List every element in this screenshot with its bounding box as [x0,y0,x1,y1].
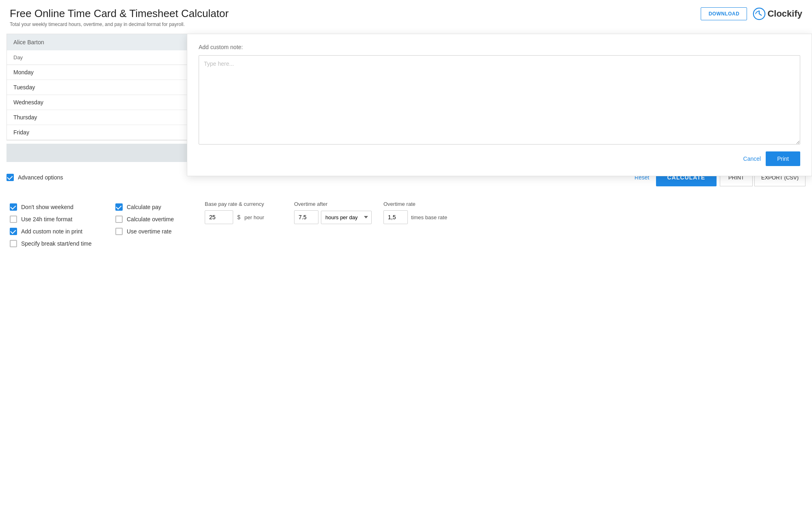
option-checkbox[interactable] [115,216,123,223]
option-checkbox[interactable] [10,203,17,211]
custom-note-modal: Add custom note: Cancel Print [187,34,812,176]
option-label: Calculate overtime [127,216,174,222]
modal-overlay: Add custom note: Cancel Print [187,34,812,258]
option-label: Add custom note in print [21,228,82,235]
header-right: DOWNLOAD Clockify [701,7,802,20]
page-subtitle: Total your weekly timecard hours, overti… [10,22,229,27]
option-label: Specify break start/end time [21,240,92,247]
option-label: Use 24h time format [21,216,72,222]
option-item: Add custom note in print [10,225,115,237]
option-checkbox[interactable] [10,240,17,247]
header-left: Free Online Time Card & Timesheet Calcul… [10,7,229,27]
option-checkbox[interactable] [10,216,17,223]
employee-name: Alice Barton [13,39,44,45]
option-checkbox[interactable] [10,228,17,235]
modal-print-button[interactable]: Print [766,151,800,166]
modal-title: Add custom note: [199,44,800,50]
advanced-options-row: Advanced options [6,174,63,181]
modal-cancel-button[interactable]: Cancel [743,152,761,165]
modal-footer: Cancel Print [199,151,800,166]
option-label: Don't show weekend [21,204,74,210]
advanced-options-label: Advanced options [18,174,63,181]
option-checkbox[interactable] [115,203,123,211]
option-checkbox[interactable] [115,228,123,235]
clockify-logo-icon [753,7,766,20]
advanced-options-checkbox[interactable] [6,174,14,181]
option-item: Don't show weekend [10,201,115,213]
col1-options: Don't show weekend Use 24h time format A… [10,201,115,250]
option-item: Specify break start/end time [10,237,115,250]
logo: Clockify [753,7,802,20]
option-item: Use 24h time format [10,213,115,225]
main-content: Alice Barton Day Start time End time Mon… [0,34,812,258]
option-label: Calculate pay [127,204,161,210]
page-header: Free Online Time Card & Timesheet Calcul… [0,0,812,30]
option-label: Use overtime rate [127,228,171,235]
custom-note-textarea[interactable] [199,55,800,145]
logo-text: Clockify [767,9,802,19]
download-button[interactable]: DOWNLOAD [701,7,747,20]
page-title: Free Online Time Card & Timesheet Calcul… [10,7,229,20]
